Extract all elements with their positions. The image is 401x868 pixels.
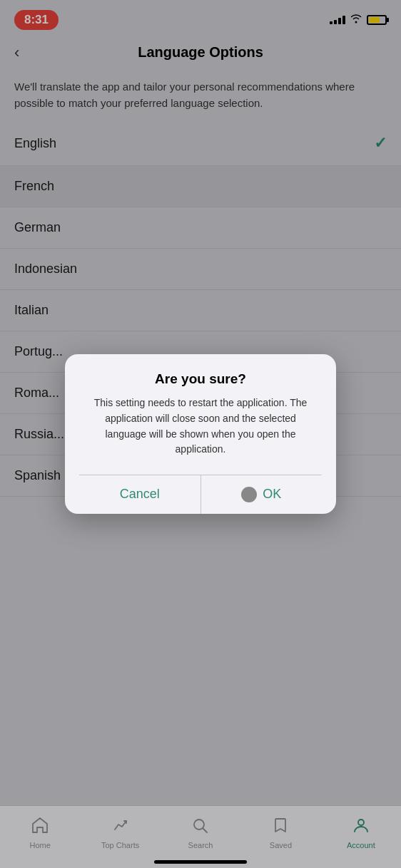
confirmation-dialog: Are you sure? This setting needs to rest… (65, 354, 336, 514)
ok-circle-icon (241, 487, 257, 502)
dialog-buttons: Cancel OK (79, 475, 322, 514)
dialog-title: Are you sure? (79, 371, 322, 387)
dialog-overlay: Are you sure? This setting needs to rest… (0, 0, 401, 868)
cancel-button[interactable]: Cancel (79, 475, 201, 514)
home-indicator (154, 860, 247, 864)
dialog-message: This setting needs to restart the applic… (79, 396, 322, 458)
ok-button[interactable]: OK (201, 475, 323, 514)
cancel-label: Cancel (120, 487, 160, 502)
ok-label: OK (263, 487, 281, 502)
